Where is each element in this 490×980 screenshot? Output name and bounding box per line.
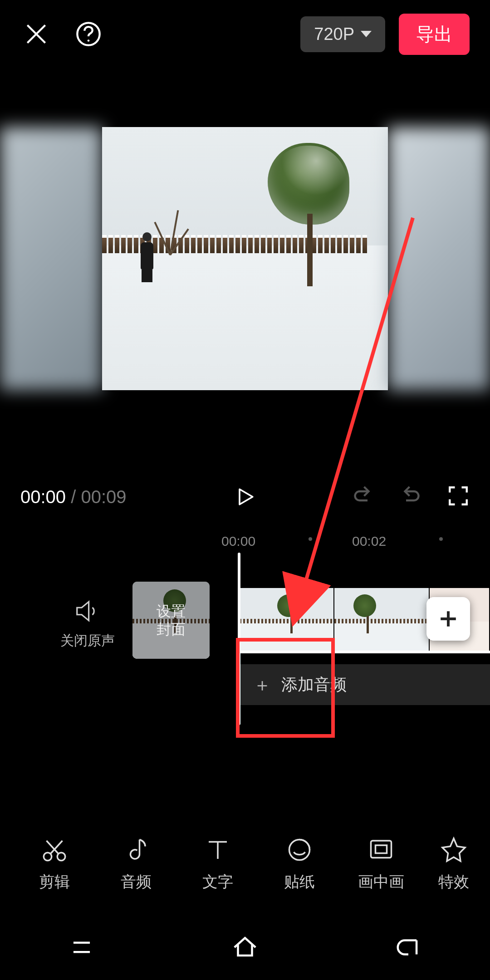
add-audio-button[interactable]: ＋ 添加音频 [240, 664, 490, 705]
tool-cut[interactable]: 剪辑 [14, 836, 95, 892]
tool-label: 贴纸 [284, 872, 315, 892]
duration: 00:09 [81, 487, 126, 507]
tool-label: 画中画 [358, 872, 404, 892]
playhead[interactable] [238, 553, 240, 725]
ruler-dot [439, 537, 443, 541]
timecode: 00:00 / 00:09 [20, 487, 127, 507]
fullscreen-button[interactable] [447, 485, 470, 509]
svg-point-1 [88, 39, 90, 42]
export-button[interactable]: 导出 [399, 14, 470, 55]
system-nav-bar [0, 916, 490, 980]
plus-icon: ＋ [253, 672, 271, 697]
text-icon [204, 836, 231, 863]
preview-frame [102, 127, 388, 390]
plus-icon [437, 608, 459, 630]
video-editor-screen: 720P 导出 00:00 / 00:09 [0, 0, 490, 980]
undo-button[interactable] [352, 485, 374, 509]
ruler-tick: 00:00 [221, 534, 255, 549]
tool-label: 特效 [438, 872, 469, 892]
nav-recents-button[interactable] [68, 933, 96, 963]
play-button[interactable] [229, 481, 261, 513]
speaker-icon [74, 597, 102, 625]
fullscreen-icon [447, 485, 470, 507]
redo-icon [399, 485, 422, 507]
resolution-dropdown[interactable]: 720P [300, 16, 385, 52]
nav-home-button[interactable] [231, 933, 259, 963]
tool-label: 剪辑 [39, 872, 70, 892]
svg-point-3 [44, 853, 52, 861]
tool-pip[interactable]: 画中画 [340, 836, 422, 892]
pip-icon [368, 836, 395, 863]
mute-label: 关闭原声 [54, 632, 122, 650]
menu-icon [68, 933, 96, 961]
star-icon [440, 836, 467, 863]
add-clip-button[interactable] [426, 597, 470, 641]
scissors-icon [41, 836, 68, 863]
resolution-label: 720P [314, 24, 354, 44]
chevron-down-icon [361, 31, 372, 37]
home-icon [231, 933, 259, 961]
help-icon [75, 21, 102, 47]
video-preview[interactable] [0, 127, 490, 390]
export-label: 导出 [416, 24, 452, 44]
music-note-icon [122, 836, 150, 863]
header: 720P 导出 [0, 9, 490, 59]
close-button[interactable] [20, 18, 52, 50]
tool-label: 音频 [121, 872, 152, 892]
svg-point-4 [57, 853, 65, 861]
nav-back-button[interactable] [394, 933, 422, 963]
clip-thumb[interactable] [240, 588, 334, 652]
ruler-dot [309, 537, 312, 541]
timeline-ruler[interactable]: 00:00 00:02 [0, 531, 490, 558]
tool-audio[interactable]: 音频 [95, 836, 177, 892]
sticker-icon [286, 836, 313, 863]
clip-thumb[interactable] [334, 588, 429, 652]
preview-blur-left [0, 127, 102, 390]
playback-bar: 00:00 / 00:09 [0, 472, 490, 522]
bottom-toolbar: 剪辑 音频 文字 贴纸 画中画 特效 [0, 821, 490, 907]
undo-icon [352, 485, 374, 507]
preview-blur-right [388, 127, 490, 390]
help-button[interactable] [73, 18, 104, 50]
mute-original-audio-button[interactable]: 关闭原声 [54, 597, 122, 650]
add-audio-label: 添加音频 [281, 674, 347, 696]
set-cover-button[interactable]: 设置 封面 [132, 582, 210, 659]
current-time: 00:00 [20, 487, 66, 507]
timeline: 关闭原声 设置 封面 ＋ 添加音频 [0, 573, 490, 737]
svg-rect-6 [371, 841, 392, 858]
tool-text[interactable]: 文字 [177, 836, 259, 892]
tool-effects[interactable]: 特效 [422, 836, 485, 892]
tool-sticker[interactable]: 贴纸 [259, 836, 340, 892]
back-icon [394, 933, 422, 961]
ruler-tick: 00:02 [352, 534, 386, 549]
play-icon [234, 486, 256, 508]
svg-rect-7 [376, 845, 387, 853]
tool-label: 文字 [202, 872, 233, 892]
close-icon [24, 21, 49, 47]
cover-label: 设置 封面 [157, 602, 186, 638]
redo-button[interactable] [399, 485, 422, 509]
